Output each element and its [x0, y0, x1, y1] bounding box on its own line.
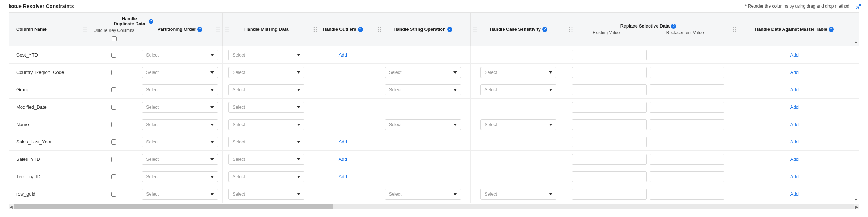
replacement-value-input[interactable] — [650, 67, 724, 78]
missing-select[interactable]: Select — [228, 119, 304, 130]
add-master-link[interactable]: Add — [790, 122, 799, 127]
page-header: Issue Resolver Constraints * Reorder the… — [0, 0, 868, 12]
drag-handle-icon[interactable] — [732, 27, 737, 32]
scroll-track[interactable] — [14, 204, 854, 209]
existing-value-input[interactable] — [572, 189, 647, 200]
svg-point-14 — [225, 29, 226, 30]
existing-value-input[interactable] — [572, 137, 647, 147]
add-outlier-link[interactable]: Add — [339, 174, 347, 179]
scroll-left-icon[interactable]: ◀ — [9, 205, 14, 209]
partition-select[interactable]: Select — [142, 171, 218, 182]
unique-key-checkbox[interactable] — [111, 70, 116, 75]
unique-key-checkbox[interactable] — [111, 174, 116, 179]
drag-handle-icon[interactable] — [569, 27, 573, 32]
help-icon[interactable]: ? — [829, 27, 834, 32]
case-sens-select[interactable]: Select — [480, 189, 556, 200]
missing-select[interactable]: Select — [228, 84, 304, 95]
existing-value-input[interactable] — [572, 119, 647, 130]
add-master-link[interactable]: Add — [790, 52, 799, 58]
add-master-link[interactable]: Add — [790, 174, 799, 179]
existing-value-input[interactable] — [572, 50, 647, 60]
add-outlier-link[interactable]: Add — [339, 139, 347, 145]
replacement-value-input[interactable] — [650, 171, 724, 182]
partition-select[interactable]: Select — [142, 137, 218, 147]
help-icon[interactable]: ? — [542, 27, 547, 32]
chevron-down-icon — [549, 193, 552, 195]
case-sens-select[interactable]: Select — [480, 67, 556, 78]
replacement-value-input[interactable] — [650, 50, 724, 60]
th-missing: Handle Missing Data — [222, 13, 311, 46]
drag-handle-icon[interactable] — [216, 27, 220, 32]
row-name: Territory_ID — [9, 168, 90, 185]
missing-select[interactable]: Select — [228, 154, 304, 165]
unique-key-checkbox[interactable] — [111, 192, 116, 197]
partition-select[interactable]: Select — [142, 50, 218, 60]
replacement-value-input[interactable] — [650, 154, 724, 165]
drag-handle-icon[interactable] — [313, 27, 317, 32]
drag-handle-icon[interactable] — [225, 27, 229, 32]
horizontal-scrollbar[interactable]: ◀ ▶ — [9, 204, 859, 209]
missing-select[interactable]: Select — [228, 102, 304, 113]
drag-handle-icon[interactable] — [83, 27, 87, 32]
add-outlier-link[interactable]: Add — [339, 157, 347, 162]
existing-value-input[interactable] — [572, 102, 647, 113]
select-placeholder: Select — [232, 174, 245, 179]
unique-key-all-checkbox[interactable] — [112, 36, 117, 41]
add-master-link[interactable]: Add — [790, 87, 799, 92]
string-op-select[interactable]: Select — [385, 84, 461, 95]
unique-key-checkbox[interactable] — [111, 139, 116, 145]
partition-select[interactable]: Select — [142, 84, 218, 95]
partition-select[interactable]: Select — [142, 102, 218, 113]
add-master-link[interactable]: Add — [790, 191, 799, 197]
replacement-value-input[interactable] — [650, 189, 724, 200]
replacement-value-input[interactable] — [650, 84, 724, 95]
missing-select[interactable]: Select — [228, 189, 304, 200]
scroll-up-icon[interactable]: ▲ — [855, 39, 858, 44]
string-op-select[interactable]: Select — [385, 119, 461, 130]
help-icon[interactable]: ? — [358, 27, 363, 32]
existing-value-input[interactable] — [572, 67, 647, 78]
replacement-value-input[interactable] — [650, 102, 724, 113]
string-op-select[interactable]: Select — [385, 189, 461, 200]
svg-point-7 — [218, 27, 219, 28]
string-op-select[interactable]: Select — [385, 67, 461, 78]
add-master-link[interactable]: Add — [790, 70, 799, 75]
partition-select[interactable]: Select — [142, 154, 218, 165]
drag-handle-icon[interactable] — [473, 27, 477, 32]
scroll-thumb[interactable] — [14, 204, 333, 209]
svg-point-19 — [316, 27, 317, 28]
missing-select[interactable]: Select — [228, 50, 304, 60]
chevron-down-icon — [210, 54, 214, 56]
missing-select[interactable]: Select — [228, 171, 304, 182]
case-sens-select[interactable]: Select — [480, 119, 556, 130]
unique-key-checkbox[interactable] — [111, 122, 116, 127]
unique-key-checkbox[interactable] — [111, 53, 116, 58]
existing-value-input[interactable] — [572, 154, 647, 165]
add-outlier-link[interactable]: Add — [339, 52, 347, 58]
missing-select[interactable]: Select — [228, 137, 304, 147]
collapse-icon[interactable] — [856, 3, 862, 9]
missing-select[interactable]: Select — [228, 67, 304, 78]
add-master-link[interactable]: Add — [790, 139, 799, 145]
help-icon[interactable]: ? — [447, 27, 452, 32]
add-master-link[interactable]: Add — [790, 157, 799, 162]
unique-key-checkbox[interactable] — [111, 105, 116, 110]
existing-value-input[interactable] — [572, 84, 647, 95]
replacement-value-input[interactable] — [650, 119, 724, 130]
help-icon[interactable]: ? — [197, 27, 202, 32]
drag-handle-icon[interactable] — [377, 27, 382, 32]
case-sens-select[interactable]: Select — [480, 84, 556, 95]
add-master-link[interactable]: Add — [790, 104, 799, 110]
partition-select[interactable]: Select — [142, 119, 218, 130]
unique-key-checkbox[interactable] — [111, 87, 116, 92]
unique-key-checkbox[interactable] — [111, 157, 116, 162]
vertical-scrollbar[interactable]: ▲ ▼ — [854, 39, 858, 202]
partition-select[interactable]: Select — [142, 67, 218, 78]
partition-select[interactable]: Select — [142, 189, 218, 200]
replacement-value-input[interactable] — [650, 137, 724, 147]
scroll-right-icon[interactable]: ▶ — [854, 205, 859, 209]
existing-value-input[interactable] — [572, 171, 647, 182]
help-icon[interactable]: ? — [671, 24, 676, 29]
scroll-down-icon[interactable]: ▼ — [855, 198, 858, 202]
th-replace-new-label: Replacement Value — [666, 30, 704, 35]
